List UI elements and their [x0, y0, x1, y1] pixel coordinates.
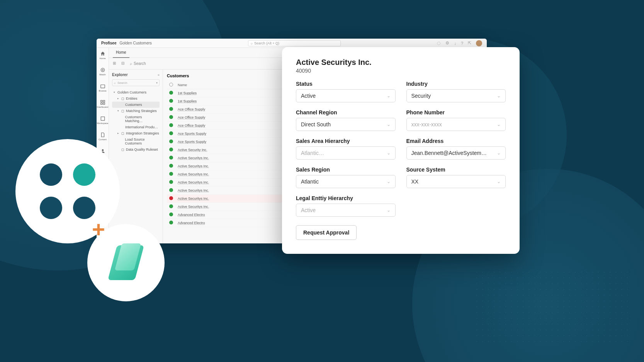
- legal-entity-select[interactable]: Active⌄: [296, 204, 396, 217]
- tree-item[interactable]: Customers: [112, 102, 160, 108]
- tree-item[interactable]: International Produ…: [112, 124, 160, 130]
- row-name: Active Securitys Inc.: [178, 172, 209, 176]
- chevron-down-icon: ⌄: [387, 122, 391, 127]
- channel-region-select[interactable]: Direct South⌄: [296, 118, 396, 131]
- nav-dashboard[interactable]: Dashboard: [99, 100, 107, 110]
- row-name: Advanced Electro: [178, 213, 205, 217]
- status-dot-icon: [169, 115, 173, 119]
- sales-region-select[interactable]: Atlantic⌄: [296, 175, 396, 188]
- tree-item[interactable]: Customers Matching…: [112, 114, 160, 124]
- status-dot-icon: [169, 123, 173, 127]
- source-system-label: Source System: [406, 167, 506, 173]
- chevron-down-icon: ⌄: [387, 179, 391, 184]
- nav-content[interactable]: Content: [99, 132, 107, 143]
- svg-rect-3: [100, 100, 102, 102]
- explorer-panel: Explorer « ⌕ Search ▾ ▾Golden Customers▸…: [109, 70, 163, 243]
- row-name: Active Securitys Inc.: [178, 189, 209, 192]
- row-name: 1st Supplies: [178, 99, 197, 103]
- folder-icon: ▢: [121, 148, 124, 151]
- tree-item[interactable]: ▸▢Integration Strategies: [112, 130, 160, 136]
- request-approval-button[interactable]: Request Approval: [296, 225, 357, 240]
- detail-id: 40090: [296, 68, 506, 74]
- toolbar-search[interactable]: ⌕Search: [130, 61, 161, 66]
- avatar[interactable]: [476, 40, 482, 46]
- global-search-input[interactable]: ⌕ Search (Alt + Q): [248, 40, 341, 46]
- status-dot-icon: [169, 204, 173, 208]
- tree-item[interactable]: ▢Data Quality Ruleset: [112, 146, 160, 153]
- titlebar: Profisee Golden Customers ⌕ Search (Alt …: [97, 39, 487, 48]
- download-icon[interactable]: ↓: [454, 41, 456, 46]
- chevron-down-icon: ⌄: [497, 150, 501, 156]
- chevron-down-icon: ⌄: [387, 150, 391, 156]
- status-dot-icon: [169, 99, 173, 103]
- svg-rect-2: [100, 85, 105, 88]
- row-name: Ace Office Supply: [178, 124, 205, 127]
- chevron-down-icon: ⌄: [497, 179, 501, 184]
- chevron-down-icon: ⌄: [497, 122, 501, 127]
- nav-browse[interactable]: Browse: [99, 83, 107, 94]
- plus-icon: +: [92, 216, 105, 242]
- row-name: Ace Office Supply: [178, 107, 205, 111]
- industry-select[interactable]: Security⌄: [406, 89, 506, 102]
- row-name: 1st Supplies: [178, 91, 197, 95]
- tree-item[interactable]: ▸▢Entities: [112, 95, 160, 102]
- status-select[interactable]: Active⌄: [296, 89, 396, 102]
- gear-icon[interactable]: ⚙: [445, 41, 449, 46]
- global-search-placeholder: Search (Alt + Q): [254, 41, 279, 45]
- nav-home[interactable]: Home: [99, 51, 107, 62]
- tree-item[interactable]: ▾Golden Customers: [112, 89, 160, 95]
- svg-point-1: [102, 69, 104, 71]
- status-dot-icon: [169, 156, 173, 160]
- help-icon[interactable]: ?: [461, 41, 463, 46]
- status-dot-icon: [169, 212, 173, 216]
- status-dot-icon: [169, 188, 173, 192]
- bell-icon[interactable]: ◌: [437, 41, 441, 46]
- nav-workspace[interactable]: Workspace: [99, 116, 107, 127]
- status-dot-icon: [169, 91, 173, 95]
- status-label: Status: [296, 81, 396, 87]
- folder-icon: ▢: [121, 97, 124, 100]
- explorer-search-input[interactable]: ⌕ Search ▾: [112, 79, 160, 86]
- source-system-select[interactable]: XX⌄: [406, 175, 506, 188]
- row-name: Ace Office Supply: [178, 116, 205, 119]
- channel-region-label: Channel Region: [296, 109, 396, 116]
- status-dot-icon: [169, 164, 173, 168]
- svg-rect-4: [103, 100, 105, 102]
- email-input[interactable]: Jean.Bennett@ActiveSystem…⌄: [406, 146, 506, 160]
- row-name: Active Securitys Inc.: [178, 180, 209, 184]
- row-name: Active Security Inc.: [178, 148, 207, 152]
- tree-item[interactable]: Load Source Customers: [112, 136, 160, 146]
- legal-entity-label: Legal Enttiy Hierarchy: [296, 195, 396, 201]
- search-icon: ⌕: [251, 41, 253, 45]
- sales-region-label: Sales Region: [296, 167, 396, 173]
- phone-input[interactable]: xxx-xxx-xxxx⌄: [406, 118, 506, 131]
- tab-home[interactable]: Home: [113, 48, 129, 58]
- folder-icon: ▢: [121, 109, 124, 113]
- sales-area-select[interactable]: Atlantic…⌄: [296, 146, 396, 160]
- row-name: Active Securitys Inc.: [178, 197, 209, 201]
- folder-icon: ▢: [121, 132, 124, 135]
- status-dot-icon: [169, 172, 173, 176]
- dropdown-icon: ▾: [156, 81, 158, 85]
- svg-point-0: [101, 68, 104, 71]
- row-name: Ace Sports Supply: [178, 140, 206, 144]
- chevron-down-icon: ⌄: [497, 93, 501, 99]
- collapse-icon[interactable]: ⊞: [113, 61, 118, 66]
- column-status[interactable]: [167, 81, 175, 89]
- breadcrumb: Golden Customers: [119, 41, 151, 45]
- expand-icon[interactable]: ⊟: [121, 61, 127, 66]
- nav-match[interactable]: Match: [99, 67, 107, 78]
- tree-item[interactable]: ▾▢Matching Strategies: [112, 108, 160, 114]
- status-dot-icon: [169, 148, 173, 151]
- detail-panel: Active Securitys Inc. 40090 Status Activ…: [282, 47, 520, 254]
- email-label: Email Address: [406, 138, 506, 144]
- svg-rect-5: [100, 103, 102, 104]
- brand-name: Profisee: [101, 41, 116, 45]
- search-icon: ⌕: [114, 81, 116, 85]
- detail-title: Active Securitys Inc.: [296, 58, 506, 67]
- sales-area-label: Sales Area Hierarchy: [296, 138, 396, 144]
- status-dot-icon: [169, 139, 173, 143]
- status-dot-icon: [169, 221, 173, 224]
- collapse-explorer-icon[interactable]: «: [158, 73, 160, 77]
- link-icon[interactable]: ⇱: [468, 41, 471, 46]
